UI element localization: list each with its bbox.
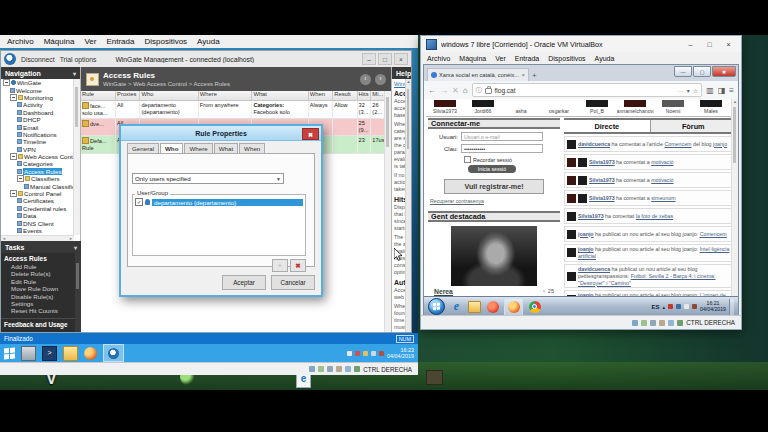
explorer-icon[interactable] xyxy=(468,300,481,313)
maximize-icon[interactable]: □ xyxy=(378,53,392,65)
home-icon[interactable]: ⌂ xyxy=(463,86,468,95)
firefox-active-icon[interactable] xyxy=(504,298,523,316)
menu-dispositivos[interactable]: Dispositivos xyxy=(144,37,187,46)
collapse-icon[interactable] xyxy=(10,190,17,197)
feed-item[interactable]: Silvia1973 ha comentat a motivació xyxy=(564,172,736,188)
site-info-icon[interactable]: ⓘ xyxy=(476,86,482,95)
collapse-icon[interactable] xyxy=(17,175,24,182)
column-header-proxies[interactable]: Proxies xyxy=(116,91,140,100)
tree-item-monitoring[interactable]: Monitoring xyxy=(1,94,74,101)
avatar-jordi66[interactable]: Jordi66 xyxy=(464,99,502,116)
task-delete-rule-s[interactable]: Delete Rule(s) xyxy=(1,270,81,277)
feed-link[interactable]: Silvia1973 xyxy=(589,159,615,165)
tree-item-dns-client[interactable]: DNS Client xyxy=(1,219,74,226)
start-icon[interactable] xyxy=(428,298,445,315)
minimize-icon[interactable]: — xyxy=(674,66,692,77)
feed-item[interactable]: Silvia1973 ha comentat a simeunom xyxy=(564,190,736,206)
tree-item-manual-classifier[interactable]: Manual Classifier xyxy=(1,182,74,189)
tree-item-events[interactable]: Events xyxy=(1,227,74,234)
tree-item-access-rules[interactable]: Access Rules xyxy=(1,168,74,175)
menu-dispositivos[interactable]: Dispositivos xyxy=(548,55,585,62)
tab-forum[interactable]: Fòrum xyxy=(650,120,737,132)
dialog-tab-when[interactable]: When xyxy=(239,143,265,153)
task-add-rule[interactable]: Add Rule xyxy=(1,263,81,270)
menu-archivo[interactable]: Archivo xyxy=(427,55,450,62)
column-header-where[interactable]: Where xyxy=(199,91,253,100)
close-icon[interactable]: ✖ xyxy=(712,66,736,77)
feed-item[interactable]: davidcuenca ha comentat a l'article Come… xyxy=(564,136,736,152)
language-indicator[interactable]: ES xyxy=(652,304,660,310)
tray-icon[interactable] xyxy=(347,351,352,356)
menu-ayuda[interactable]: Ayuda xyxy=(197,37,220,46)
tab-close-icon[interactable]: × xyxy=(521,72,525,78)
column-header-rule[interactable]: Rule xyxy=(81,91,116,100)
featured-photo[interactable] xyxy=(451,226,537,286)
featured-name-link[interactable]: Nerea xyxy=(434,288,453,295)
start-icon[interactable] xyxy=(4,347,15,359)
tree-item-email[interactable]: Email xyxy=(1,123,74,130)
tasks-footer[interactable]: Feedback and Usage xyxy=(1,318,81,330)
tree-item-timeline[interactable]: Timeline xyxy=(1,138,74,145)
collapse-icon[interactable] xyxy=(10,94,17,101)
task-move-rule-down[interactable]: Move Rule Down xyxy=(1,285,81,292)
menu-ayuda[interactable]: Ayuda xyxy=(595,55,615,62)
dialog-tab-general[interactable]: General xyxy=(127,143,159,153)
feed-item[interactable]: joanjo ha publicat un nou article al seu… xyxy=(564,226,736,242)
column-header-mi[interactable]: Mi... xyxy=(371,91,385,100)
password-field[interactable] xyxy=(461,144,543,153)
feed-link[interactable]: motivació xyxy=(651,159,673,165)
tray-icon[interactable] xyxy=(668,304,673,309)
vbox-titlebar[interactable]: windows 7 libre [Corriendo] - Oracle VM … xyxy=(421,36,741,52)
add-icon[interactable]: + xyxy=(272,259,288,272)
feed-link[interactable]: joanjo xyxy=(578,246,594,252)
tree-item-wingate[interactable]: WinGate xyxy=(1,79,74,86)
menu-ver[interactable]: Ver xyxy=(495,55,506,62)
feed-link[interactable]: motivació xyxy=(651,177,673,183)
menu-m-quina[interactable]: Máquina xyxy=(44,37,75,46)
tree-item-credential-rules[interactable]: Credential rules xyxy=(1,205,74,212)
tray-icon[interactable] xyxy=(692,304,697,309)
help-scrollbar[interactable]: ▲ xyxy=(405,79,411,332)
tray-icon[interactable] xyxy=(379,351,384,356)
server-manager-icon[interactable] xyxy=(21,346,36,361)
remove-icon[interactable]: ✖ xyxy=(290,259,306,272)
tray-icon[interactable] xyxy=(371,351,376,356)
dialog-tab-who[interactable]: Who xyxy=(160,143,183,153)
avatar-asha[interactable]: asha xyxy=(502,99,540,116)
tree-item-dhcp[interactable]: DHCP xyxy=(1,116,74,123)
feed-link[interactable]: davidcuenca xyxy=(578,141,610,147)
show-desktop-button[interactable] xyxy=(729,299,734,315)
tree-item-categories[interactable]: Categories xyxy=(1,160,74,167)
powershell-icon[interactable]: > xyxy=(42,346,57,361)
avatar-annamelchanova[interactable]: annamelchanova xyxy=(616,99,654,116)
feed-link[interactable]: joanjo xyxy=(713,141,727,147)
tree-item-certificates[interactable]: Certificates xyxy=(1,197,74,204)
tree-item-vpn[interactable]: VPN xyxy=(1,146,74,153)
browser-tab[interactable]: Xarxa social en català, conèix... × xyxy=(427,68,529,81)
rules-scrollbar[interactable] xyxy=(384,91,391,332)
trial-options-button[interactable]: Trial options xyxy=(60,56,97,63)
feed-link[interactable]: Comencem xyxy=(700,231,727,237)
nav-scrollbar[interactable] xyxy=(73,79,80,235)
url-bar[interactable]: ⓘ flog.cat … ▾ ☆ xyxy=(472,83,703,97)
close-icon[interactable]: × xyxy=(721,39,736,50)
list-item[interactable]: ✓ departamento (departamento) xyxy=(135,198,303,206)
explorer-icon[interactable] xyxy=(63,346,78,361)
tree-item-data[interactable]: Data xyxy=(1,212,74,219)
feed-link[interactable]: Silvia1973 xyxy=(589,195,615,201)
tree-item-classifiers[interactable]: Classifiers xyxy=(1,175,74,182)
feed-item[interactable]: Silvia1973 ha comentat a motivació xyxy=(564,154,736,170)
register-button[interactable]: Vull registrar-me! xyxy=(444,179,544,194)
opera-icon[interactable] xyxy=(486,300,499,313)
accept-button[interactable]: Aceptar xyxy=(222,275,266,290)
stop-icon[interactable]: ✕ xyxy=(452,86,459,95)
task-disable-rule-s[interactable]: Disable Rule(s) xyxy=(1,293,81,300)
menu-entrada[interactable]: Entrada xyxy=(106,37,134,46)
username-field[interactable] xyxy=(461,132,543,141)
menu-ver[interactable]: Ver xyxy=(84,37,96,46)
avatar-pol-b[interactable]: Pol_B xyxy=(578,99,616,116)
checkbox-checked-icon[interactable]: ✓ xyxy=(135,198,143,206)
back-icon[interactable]: ‹ xyxy=(360,74,371,85)
column-header-what[interactable]: What xyxy=(252,91,308,100)
tree-item-web-access-control[interactable]: Web Access Control xyxy=(1,153,74,160)
